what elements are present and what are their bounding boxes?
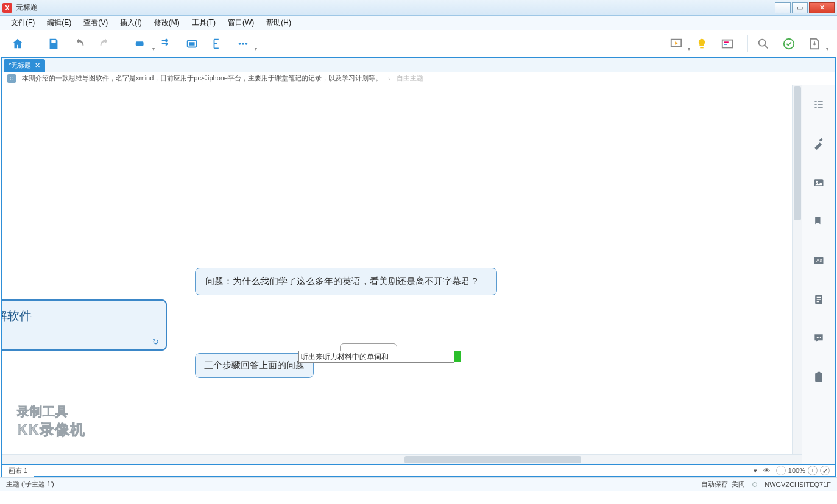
menu-file[interactable]: 文件(F) [5,18,41,28]
breadcrumb-leaf[interactable]: 自由主题 [397,74,423,83]
expand-icon[interactable]: ↻ [152,336,161,345]
subtopic-2-text: 三个步骤回答上面的问题 [204,360,305,370]
toolbar: ▾ ▾ ▾ ▾ [0,30,837,57]
hscroll-thumb[interactable] [404,456,581,463]
maximize-button[interactable]: ▭ [792,2,808,13]
topic-text-input[interactable] [298,351,454,363]
svg-point-20 [819,337,821,338]
save-button[interactable] [43,33,64,54]
minimize-button[interactable]: — [775,2,791,13]
menu-bar: 文件(F) 编辑(E) 查看(V) 插入(I) 修改(M) 工具(T) 窗口(W… [0,16,837,30]
title-bar: X 无标题 — ▭ ✕ [0,0,837,16]
svg-rect-7 [700,47,704,48]
search-button[interactable] [753,33,774,54]
zoom-in-button[interactable]: + [808,466,818,475]
menu-help[interactable]: 帮助(H) [260,18,297,28]
tab-close-icon[interactable]: ✕ [35,61,40,69]
zoom-value: 100% [788,467,805,474]
vertical-scrollbar[interactable] [792,85,802,454]
gantt-button[interactable] [717,33,738,54]
menu-view[interactable]: 查看(V) [77,18,114,28]
filter-icon[interactable]: ▾ [754,467,757,475]
svg-rect-21 [815,373,822,382]
subtopic-1[interactable]: 问题：为什么我们学了这么多年的英语，看美剧还是离不开字幕君？ [195,268,497,295]
vscroll-thumb[interactable] [794,86,801,220]
eye-icon[interactable]: 👁 [763,467,770,474]
menu-tools[interactable]: 工具(T) [186,18,222,28]
zoom-fit-button[interactable]: ⤢ [820,466,830,475]
status-autosave: 自动保存: 关闭 [701,480,745,489]
relationship-button[interactable] [156,33,177,54]
export-button[interactable]: ▾ [804,33,825,54]
sheet-bar: 画布 1 ▾ 👁 − 100% + ⤢ [1,465,836,477]
side-panel: Aa [802,85,835,464]
zoom-out-button[interactable]: − [776,466,786,475]
watermark-line2: KK录像机 [17,420,85,439]
separator [38,35,38,52]
svg-rect-2 [189,42,194,46]
svg-text:Aa: Aa [816,257,822,264]
format-icon[interactable] [810,135,827,152]
svg-rect-22 [817,372,820,374]
document-tab[interactable]: *无标题 ✕ [4,59,45,72]
boundary-button[interactable] [182,33,202,54]
status-code: NWGVZCHSITEQ71F [765,481,831,488]
task-icon[interactable] [810,369,827,386]
status-selection: 主题 ('子主题 1') [6,480,54,489]
watermark-line1: 录制工具 [17,404,85,420]
idea-button[interactable] [691,33,712,54]
svg-point-11 [759,39,766,46]
status-bar: 主题 ('子主题 1') 自动保存: 关闭 NWGVZCHSITEQ71F [0,477,837,491]
breadcrumb-root[interactable]: 本期介绍的一款思维导图软件，名字是xmind，目前应用于pc和iphone平台，… [22,74,382,83]
tab-strip: *无标题 ✕ [1,57,836,72]
font-icon[interactable]: Aa [810,252,827,269]
breadcrumb-root-icon: C [7,74,16,83]
topic-button[interactable]: ▾ [130,33,151,54]
summary-button[interactable] [207,33,228,54]
subtopic-1-text: 问题：为什么我们学了这么多年的英语，看美剧还是离不开字幕君？ [205,276,479,286]
more-button[interactable]: ▾ [233,33,253,54]
menu-window[interactable]: 窗口(W) [222,18,260,28]
sheet-tab[interactable]: 画布 1 [2,465,34,477]
svg-point-4 [242,43,244,45]
outline-icon[interactable] [810,96,827,113]
horizontal-scrollbar[interactable] [2,454,802,464]
svg-point-19 [818,337,819,338]
canvas[interactable]: 的例，详细讲解软件 程 ↻ 问题：为什么我们学了这么多年的英语，看美剧还是离不开… [2,85,802,464]
tab-label: *无标题 [9,61,31,70]
app-icon: X [2,3,12,13]
subtopic-2[interactable]: 三个步骤回答上面的问题 [195,353,314,378]
share-button[interactable] [779,33,799,54]
zoom-control: − 100% + ⤢ [776,466,830,475]
status-dot-icon [752,482,757,487]
marker-icon[interactable] [810,213,827,230]
image-icon[interactable] [810,174,827,191]
svg-point-18 [816,337,818,338]
separator [747,35,748,52]
svg-point-12 [784,38,794,49]
watermark: 录制工具 KK录像机 [17,404,85,439]
root-topic-text: 的例，详细讲解软件 程 [2,309,32,341]
root-topic[interactable]: 的例，详细讲解软件 程 ↻ [2,299,167,351]
redo-button[interactable] [94,33,115,54]
svg-rect-10 [724,44,727,45]
home-button[interactable] [7,33,28,54]
breadcrumb-separator-icon: › [388,75,390,82]
svg-rect-0 [136,41,144,46]
present-button[interactable]: ▾ [666,33,687,54]
menu-insert[interactable]: 插入(I) [114,18,147,28]
comments-icon[interactable] [810,330,827,347]
svg-rect-9 [724,41,729,43]
separator [125,35,125,52]
menu-modify[interactable]: 修改(M) [148,18,186,28]
text-cursor-icon [454,351,461,362]
notes-icon[interactable] [810,291,827,308]
menu-edit[interactable]: 编辑(E) [41,18,77,28]
undo-button[interactable] [69,33,90,54]
close-button[interactable]: ✕ [809,2,835,13]
svg-point-14 [816,181,818,183]
svg-point-3 [239,43,241,45]
window-title: 无标题 [16,2,775,13]
svg-point-5 [245,43,248,45]
breadcrumb: C 本期介绍的一款思维导图软件，名字是xmind，目前应用于pc和iphone平… [2,72,835,85]
